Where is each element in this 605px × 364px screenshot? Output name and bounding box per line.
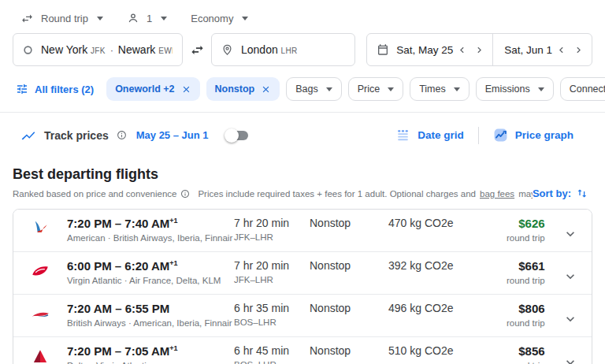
track-prices-date-range[interactable]: May 25 – Jun 1 (136, 129, 209, 141)
plus-days-badge: +1 (169, 344, 177, 352)
filter-chip-price[interactable]: Price (348, 77, 403, 101)
date-grid-button[interactable]: Date grid (384, 123, 475, 147)
all-filters-button[interactable]: All filters (2) (13, 83, 100, 95)
sort-by-label: Sort by: (533, 188, 571, 199)
flight-row-american[interactable]: 7:20 PM – 7:40 AM+1 American · British A… (13, 210, 592, 252)
tune-filter-icon (16, 83, 28, 95)
chevron-down-icon (454, 87, 460, 91)
sort-by-button[interactable]: Sort by: (533, 188, 588, 199)
departure-date-field[interactable]: Sat, May 25 (367, 34, 492, 65)
return-date-prev-button[interactable] (552, 41, 570, 58)
cabin-class-label: Economy (191, 13, 233, 24)
price-graph-label: Price graph (515, 129, 573, 141)
expand-flight-button[interactable] (548, 259, 592, 294)
flight-times-cell: 7:20 AM – 6:55 PM British Airways · Amer… (67, 302, 234, 328)
bag-fees-link[interactable]: bag fees (480, 189, 514, 199)
all-filters-label: All filters (2) (35, 84, 94, 95)
person-icon (127, 12, 139, 24)
search-controls: New York JFK · Newark EWR · Bo... London… (0, 27, 605, 66)
origin-circle-icon (23, 45, 33, 55)
british-airways-logo (13, 302, 67, 325)
chevron-down-icon (562, 226, 578, 242)
price-graph-button[interactable]: Price graph (482, 123, 585, 147)
origin-value: New York JFK · Newark EWR · Bo... (41, 43, 173, 56)
filter-chip-bags[interactable]: Bags (286, 77, 342, 101)
chevron-down-icon (388, 87, 394, 91)
trip-type-dropdown[interactable]: Round trip (20, 12, 103, 25)
price-qualifier: round trip (507, 318, 545, 328)
emissions-cell: 510 kg CO2e (388, 344, 507, 357)
price-value: $856 (507, 344, 545, 358)
flight-row-delta[interactable]: 7:20 PM – 7:05 AM+1 Delta · Virgin Atlan… (13, 337, 592, 364)
info-icon[interactable] (117, 130, 127, 140)
flight-row-virgin-atlantic[interactable]: 6:00 PM – 6:20 AM+1 Virgin Atlantic · Ai… (13, 252, 592, 295)
return-date-field[interactable]: Sat, Jun 1 (493, 34, 592, 65)
departure-date-next-button[interactable] (470, 41, 488, 58)
price-qualifier: round trip (507, 233, 545, 243)
expand-flight-button[interactable] (548, 344, 592, 364)
filter-chip-connecting-airports[interactable]: Connecting airports (560, 77, 605, 101)
trending-line-icon (20, 128, 36, 143)
route-text: BOS–LHR (234, 360, 310, 364)
price-cell: $661 round trip (507, 259, 548, 285)
chevron-down-icon (562, 355, 578, 364)
track-prices-group: Track prices May 25 – Jun 1 (20, 128, 248, 143)
results-heading: Best departing flights (13, 166, 605, 183)
return-date-value: Sat, Jun 1 (504, 44, 552, 56)
duration-cell: 6 hr 45 min BOS–LHR (234, 344, 310, 364)
dates-input: Sat, May 25 Sat, Jun 1 (366, 33, 592, 66)
american-airlines-logo (13, 217, 67, 240)
return-date-next-button[interactable] (570, 41, 587, 58)
trip-options-bar: Round trip 1 Economy (0, 0, 605, 27)
results-subtext: Ranked based on price and convenience Pr… (13, 189, 533, 199)
origin-input[interactable]: New York JFK · Newark EWR · Bo... (13, 33, 183, 66)
expand-flight-button[interactable] (548, 302, 592, 336)
track-prices-toggle[interactable] (225, 130, 248, 141)
swap-origin-destination-button[interactable] (183, 33, 211, 66)
chevron-down-icon (538, 87, 544, 91)
price-value: $806 (507, 302, 545, 315)
filters-bar: All filters (2) Oneworld +2 Nonstop Bags… (0, 66, 605, 101)
filter-chip-nonstop[interactable]: Nonstop (206, 77, 280, 101)
destination-input[interactable]: London LHR (211, 33, 355, 66)
track-prices-bar: Track prices May 25 – Jun 1 Date grid Pr… (0, 113, 605, 155)
sort-arrows-icon (576, 188, 588, 199)
duration-cell: 7 hr 20 min JFK–LHR (234, 259, 310, 284)
close-icon[interactable] (261, 84, 271, 95)
may-apply-text: may apply. (518, 189, 533, 199)
results-subheader: Ranked based on price and convenience Pr… (13, 188, 588, 199)
flight-times-cell: 7:20 PM – 7:05 AM+1 Delta · Virgin Atlan… (67, 344, 234, 364)
route-text: JFK–LHR (234, 232, 310, 242)
route-text: BOS–LHR (234, 318, 310, 327)
price-cell: $806 round trip (507, 302, 548, 328)
stops-cell: Nonstop (310, 259, 388, 272)
date-grid-icon (395, 128, 410, 143)
close-icon[interactable] (181, 84, 191, 95)
prices-text: Prices include required taxes + fees for… (198, 189, 476, 199)
toggle-thumb (225, 128, 239, 143)
duration-cell: 7 hr 20 min JFK–LHR (234, 217, 310, 242)
cabin-class-dropdown[interactable]: Economy (191, 13, 248, 24)
ranked-text: Ranked based on price and convenience (13, 189, 176, 199)
filter-chip-emissions[interactable]: Emissions (476, 77, 554, 101)
chevron-down-icon (161, 17, 167, 20)
price-value: $626 (507, 217, 545, 230)
price-cell: $626 round trip (507, 217, 548, 243)
expand-flight-button[interactable] (548, 217, 592, 251)
calendar-icon (377, 43, 389, 56)
filter-chip-oneworld[interactable]: Oneworld +2 (106, 77, 199, 101)
view-buttons-divider (478, 127, 479, 144)
route-text: JFK–LHR (234, 275, 310, 284)
virgin-atlantic-logo (13, 259, 67, 282)
chevron-down-icon (562, 269, 578, 284)
date-grid-label: Date grid (418, 129, 464, 141)
flight-row-british-airways[interactable]: 7:20 AM – 6:55 PM British Airways · Amer… (13, 295, 592, 337)
passengers-dropdown[interactable]: 1 (127, 12, 167, 24)
delta-logo (13, 344, 67, 364)
passenger-count: 1 (147, 13, 152, 24)
filter-chip-times[interactable]: Times (410, 77, 470, 101)
track-prices-label: Track prices (44, 129, 109, 142)
chevron-down-icon (242, 17, 248, 20)
departure-date-prev-button[interactable] (453, 41, 470, 58)
info-icon[interactable] (180, 189, 190, 199)
